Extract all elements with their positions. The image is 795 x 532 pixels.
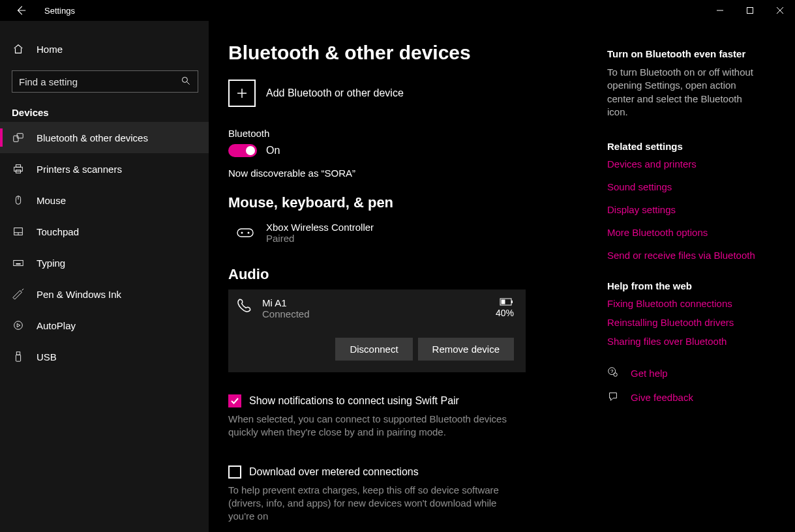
checkbox-checked-icon — [228, 394, 241, 407]
svg-rect-32 — [502, 300, 505, 304]
related-link[interactable]: Devices and printers — [607, 158, 764, 170]
svg-line-3 — [777, 7, 783, 14]
home-icon — [12, 43, 25, 55]
svg-rect-6 — [14, 136, 18, 141]
svg-line-2 — [777, 7, 783, 14]
page-title: Bluetooth & other devices — [228, 42, 581, 64]
help-heading: Help from the web — [607, 280, 764, 291]
metered-label: Download over metered connections — [249, 466, 419, 478]
sidebar-item-touchpad[interactable]: Touchpad — [0, 216, 209, 247]
svg-rect-23 — [16, 352, 20, 355]
touchpad-icon — [12, 226, 25, 237]
search-icon — [181, 76, 191, 88]
autoplay-icon — [12, 319, 25, 331]
svg-text:?: ? — [610, 368, 614, 374]
sidebar-item-autoplay[interactable]: AutoPlay — [0, 310, 209, 341]
related-link[interactable]: More Bluetooth options — [607, 227, 764, 238]
bluetooth-label: Bluetooth — [228, 128, 581, 139]
aside-panel: Turn on Bluetooth even faster To turn Bl… — [607, 42, 764, 532]
add-device-row[interactable]: Add Bluetooth or other device — [228, 80, 581, 107]
related-link[interactable]: Send or receive files via Bluetooth — [607, 250, 764, 261]
svg-rect-16 — [14, 260, 23, 265]
sidebar-item-typing[interactable]: Typing — [0, 247, 209, 278]
sidebar-item-label: Touchpad — [37, 226, 79, 237]
section-mouse: Mouse, keyboard, & pen — [228, 194, 581, 211]
checkbox-unchecked-icon — [228, 466, 241, 479]
svg-line-5 — [187, 81, 190, 84]
minimize-button[interactable] — [705, 0, 735, 21]
svg-rect-24 — [16, 355, 20, 361]
swift-pair-label: Show notifications to connect using Swif… — [249, 395, 459, 407]
sidebar-item-label: Bluetooth & other devices — [37, 132, 148, 143]
metered-checkbox-row[interactable]: Download over metered connections — [228, 466, 581, 479]
controller-icon — [235, 222, 256, 243]
keyboard-icon — [12, 257, 25, 269]
sidebar-item-bluetooth[interactable]: Bluetooth & other devices — [0, 122, 209, 153]
add-label: Add Bluetooth or other device — [266, 87, 404, 99]
battery-percent: 40% — [496, 308, 514, 318]
help-icon: ? — [607, 366, 619, 380]
get-help-label: Get help — [631, 368, 668, 379]
get-help-link[interactable]: ? Get help — [607, 366, 764, 380]
related-link[interactable]: Sound settings — [607, 181, 764, 192]
sidebar-item-label: Pen & Windows Ink — [37, 289, 121, 300]
bluetooth-toggle[interactable] — [228, 144, 257, 157]
sidebar-item-label: USB — [37, 351, 57, 362]
close-button[interactable] — [765, 0, 795, 21]
search-input[interactable] — [19, 76, 181, 87]
sidebar: Settings Home Devices Bluetooth & other … — [0, 21, 209, 532]
bluetooth-icon — [12, 132, 25, 143]
search-box[interactable] — [12, 70, 198, 93]
sidebar-item-usb[interactable]: USB — [0, 341, 209, 372]
add-icon — [228, 80, 256, 107]
related-link[interactable]: Display settings — [607, 204, 764, 215]
svg-point-28 — [241, 232, 243, 234]
printer-icon — [12, 163, 25, 175]
usb-icon — [12, 351, 25, 362]
help-link[interactable]: Reinstalling Bluetooth drivers — [607, 317, 764, 328]
svg-rect-9 — [16, 165, 20, 168]
maximize-button[interactable] — [735, 0, 765, 21]
mouse-icon — [12, 194, 25, 206]
related-heading: Related settings — [607, 141, 764, 152]
svg-point-35 — [614, 373, 617, 376]
bluetooth-state: On — [266, 145, 280, 156]
svg-rect-8 — [14, 167, 23, 171]
tip-text: To turn Bluetooth on or off without open… — [607, 66, 764, 119]
main-content: Bluetooth & other devices Add Bluetooth … — [228, 42, 581, 532]
sidebar-group: Devices — [12, 107, 209, 118]
section-audio: Audio — [228, 266, 581, 283]
device-name: Xbox Wireless Controller — [266, 222, 374, 233]
disconnect-button[interactable]: Disconnect — [335, 338, 412, 361]
give-feedback-label: Give feedback — [631, 392, 693, 403]
remove-device-button[interactable]: Remove device — [418, 338, 514, 361]
svg-point-4 — [182, 77, 187, 82]
swift-pair-checkbox-row[interactable]: Show notifications to connect using Swif… — [228, 394, 581, 407]
sidebar-home[interactable]: Home — [0, 35, 209, 63]
app-title: Settings — [44, 6, 75, 16]
sidebar-item-printers[interactable]: Printers & scanners — [0, 153, 209, 185]
metered-description: To help prevent extra charges, keep this… — [228, 484, 522, 524]
sidebar-item-label: AutoPlay — [37, 320, 76, 331]
device-row-xbox[interactable]: Xbox Wireless Controller Paired — [228, 218, 581, 250]
svg-rect-31 — [511, 301, 513, 303]
svg-point-22 — [14, 321, 23, 330]
help-link[interactable]: Fixing Bluetooth connections — [607, 298, 764, 309]
sidebar-item-mouse[interactable]: Mouse — [0, 185, 209, 216]
sidebar-item-pen[interactable]: Pen & Windows Ink — [0, 278, 209, 310]
swift-pair-description: When selected, you can connect to suppor… — [228, 413, 522, 439]
battery-icon — [496, 297, 514, 308]
device-card-mia1[interactable]: Mi A1 Connected 40% Disconnect Remove de… — [228, 289, 526, 372]
give-feedback-link[interactable]: Give feedback — [607, 391, 764, 404]
tip-heading: Turn on Bluetooth even faster — [607, 48, 764, 59]
sidebar-item-label: Typing — [37, 258, 65, 269]
phone-icon — [236, 297, 253, 317]
sidebar-item-label: Printers & scanners — [37, 164, 122, 175]
home-label: Home — [37, 44, 63, 55]
feedback-icon — [607, 391, 619, 404]
svg-rect-1 — [747, 8, 753, 14]
back-button[interactable] — [10, 0, 31, 21]
help-link[interactable]: Sharing files over Bluetooth — [607, 336, 764, 347]
svg-point-29 — [248, 232, 250, 234]
device-name: Mi A1 — [262, 297, 310, 308]
